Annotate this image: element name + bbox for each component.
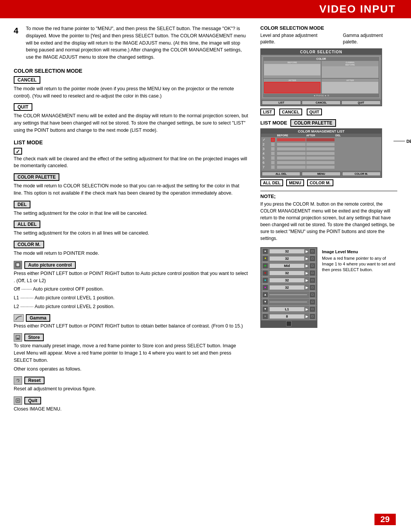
quit-btn: QUIT — [341, 101, 381, 105]
quit-bottom-section: Quit Closes IMAGE MENU. — [14, 396, 248, 413]
store-label: Store — [24, 334, 44, 341]
il-icon-6: ● — [262, 284, 268, 291]
il-icon-9: ▼ — [262, 306, 268, 312]
image-level-caption-block: Image Level Menu Move a red frame pointe… — [322, 247, 397, 273]
auto-picture-icon: 🔲 — [14, 261, 22, 269]
il-arrow-r-10: ▶ — [306, 315, 308, 318]
note-heading: NOTE; — [260, 193, 397, 199]
il-right-9: □ — [309, 306, 315, 312]
il-row-4: ● 32 ▶ □ — [261, 270, 317, 277]
store-text: To store manually preset image, move a r… — [14, 342, 248, 364]
il-right-4: □ — [309, 270, 315, 276]
list-row-7: 7 — [263, 165, 380, 169]
il-row-10: ≈ 8 ▶ □ — [261, 313, 317, 320]
list-diagram: COLOR MANAGEMENT LIST BEFORE AFTER DEL ✓ — [260, 128, 382, 178]
list-row-2: 2 — [263, 142, 380, 146]
color-palette-label: COLOR PALETTE — [14, 173, 59, 181]
left-column: 4 To move the red frame pointer to "MENU… — [14, 25, 248, 417]
list-row-4: 4 — [263, 152, 380, 155]
il-icon-1: ● — [262, 248, 268, 254]
gamma-text: Press either POINT LEFT button or POINT … — [14, 323, 248, 330]
gamma-label: Gamma — [26, 314, 50, 322]
quit-section: QUIT The COLOR MANAGEMENT menu will be e… — [14, 103, 248, 134]
step-number: 4 — [14, 26, 22, 61]
cancel-label: CANCEL — [14, 76, 40, 84]
color-m-label: COLOR M. — [14, 241, 44, 248]
reset-label: Reset — [24, 377, 45, 384]
il-right-5: □ — [309, 277, 315, 283]
page-header: VIDEO INPUT — [0, 0, 411, 18]
checkmark-box: ✓ — [14, 148, 22, 155]
level-phase-desc: Level and phase adjustment palette. — [260, 32, 331, 45]
store-note: Other icons operates as follows. — [14, 366, 248, 373]
all-del-section: ALL DEL The setting adjustment for the c… — [14, 220, 248, 237]
diagram-labels: LIST CANCEL QUIT — [260, 109, 397, 115]
del-annotation: DEL — [393, 139, 411, 144]
reset-text: Reset all adjustment to previous figure. — [14, 385, 248, 393]
il-row-8: ▼ □ — [261, 299, 317, 306]
il-row-6: ● 32 ▶ □ — [261, 284, 317, 291]
il-val-1: 32 — [269, 249, 304, 254]
list-row-6: 6 — [263, 161, 380, 165]
color-palette-section: COLOR PALETTE The mode will return to CO… — [14, 173, 248, 197]
il-val-6: 32 — [269, 285, 304, 290]
note-section: NOTE; If you press the COLOR M. button o… — [260, 191, 397, 242]
list-label-box: LIST — [260, 109, 275, 115]
list-mode-labels: LIST MODE COLOR PALETTE — [260, 119, 397, 127]
palette-desc-row: Level and phase adjustment palette. Gamm… — [260, 32, 397, 47]
il-row-9: ▼ L1 ▶ □ — [261, 306, 317, 313]
il-right-10: □ — [309, 313, 315, 320]
store-section: Store To store manually preset image, mo… — [14, 333, 248, 372]
il-val-5: 32 — [269, 278, 304, 283]
list-diag-rows: ✓ 2 — [261, 137, 381, 171]
il-icon-2: ✦ — [262, 256, 268, 262]
gamma-icon — [14, 314, 24, 322]
il-arrow-r-2: ▶ — [306, 257, 308, 260]
il-val-7 — [269, 294, 307, 295]
cancel-label-box: CANCEL — [279, 109, 302, 115]
del-section: DEL The setting adjustment for the color… — [14, 201, 248, 217]
quit-bottom-row: Quit — [14, 396, 248, 405]
diagram-title: COLOR SELECTION — [261, 49, 381, 55]
image-level-block: ● 32 ▶ □ ✦ 32 ▶ □ ● Mid ▶ — [260, 247, 397, 328]
il-val-3: Mid — [269, 264, 304, 268]
il-val-10: 8 — [269, 314, 304, 319]
il-arrow-r-3: ▶ — [306, 264, 308, 268]
il-icon-5: ● — [262, 277, 268, 283]
gamma-row: Gamma — [14, 314, 248, 322]
quit-bottom-label: Quit — [24, 397, 41, 404]
color-m-text: The mode will return to POINTER mode. — [14, 250, 248, 257]
del-text: The setting adjustment for the color in … — [14, 210, 248, 217]
gamma-section: Gamma Press either POINT LEFT button or … — [14, 314, 248, 330]
il-row-2: ✦ 32 ▶ □ — [261, 255, 317, 262]
page-number: 29 — [374, 514, 396, 525]
il-row-1: ● 32 ▶ □ — [261, 248, 317, 255]
il-icon-3: ● — [262, 263, 268, 269]
il-right-2: □ — [309, 256, 315, 262]
il-right-7: □ — [309, 292, 315, 298]
menu-label-box: MENU — [286, 179, 304, 186]
quit-text: The COLOR MANAGEMENT menu will be exited… — [14, 112, 248, 134]
quit-label-box: QUIT — [307, 109, 322, 115]
il-icon-4: ● — [262, 270, 268, 276]
il-val-8 — [269, 302, 307, 302]
color-selection-mode-heading: COLOR SELECTION MODE — [14, 68, 248, 74]
right-column: COLOR SELECTION MODE Level and phase adj… — [260, 25, 397, 417]
il-row-11 — [261, 320, 317, 327]
auto-picture-opt3: L2 ·········· Auto picture control LEVEL… — [14, 303, 248, 310]
il-val-2: 32 — [269, 256, 304, 261]
level-phase-panel: COLOR BEFORE GAMMABEFORE AFTER — [263, 56, 380, 98]
all-del-text: The setting adjustment for the colors in… — [14, 230, 248, 237]
il-arrow-r-6: ▶ — [306, 286, 308, 289]
il-arrow-r-4: ▶ — [306, 271, 308, 275]
quit-icon — [14, 396, 22, 405]
list-btn: LIST — [262, 101, 301, 105]
page-title: VIDEO INPUT — [319, 3, 396, 15]
il-arrow-r-1: ▶ — [306, 249, 308, 253]
quit-bottom-text: Closes IMAGE MENU. — [14, 406, 248, 413]
il-icon-11 — [286, 321, 292, 326]
cancel-section: CANCEL The mode will return to the point… — [14, 76, 248, 100]
svg-rect-1 — [17, 338, 19, 339]
color-m-label-box: COLOR M. — [307, 179, 333, 186]
auto-picture-section: 🔲 Auto picture control Press either POIN… — [14, 261, 248, 310]
